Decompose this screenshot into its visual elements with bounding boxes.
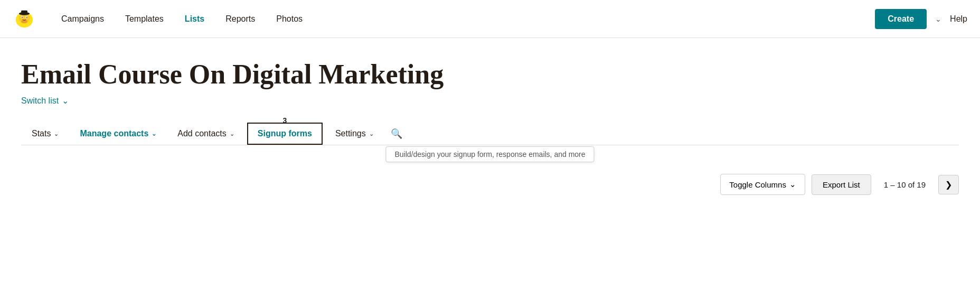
settings-chevron-icon: ⌄ [369,131,374,137]
manage-contacts-chevron-icon: ⌄ [152,131,156,137]
tab-signup-forms[interactable]: 3 Signup forms [247,123,323,145]
svg-point-7 [26,16,27,17]
switch-list-label: Switch list [21,96,59,106]
tooltip-row: Build/design your signup form, response … [21,145,959,154]
stats-chevron-icon: ⌄ [54,131,59,137]
tab-stats-label: Stats [32,129,51,138]
page-title: Email Course On Digital Marketing [21,59,959,89]
switch-list-chevron-icon: ⌄ [62,96,69,106]
logo-area[interactable] [13,7,36,31]
svg-rect-9 [21,10,27,14]
tab-signup-forms-label: Signup forms [258,129,312,138]
toggle-columns-chevron-icon: ⌄ [789,180,796,189]
svg-point-6 [22,16,23,17]
export-list-button[interactable]: Export List [812,174,871,195]
help-link[interactable]: Help [950,14,967,24]
tab-stats[interactable]: Stats ⌄ [21,123,69,145]
sub-nav-tabs: Stats ⌄ Manage contacts ⌄ Add contacts ⌄… [21,123,959,145]
nav-links: Campaigns Templates Lists Reports Photos [53,10,875,28]
tab-settings[interactable]: Settings ⌄ [325,123,384,145]
sub-nav-area: Stats ⌄ Manage contacts ⌄ Add contacts ⌄… [21,123,959,154]
pagination-info: 1 – 10 of 19 [878,175,932,194]
signup-forms-badge: 3 [282,116,287,125]
nav-campaigns[interactable]: Campaigns [53,10,112,28]
add-contacts-chevron-icon: ⌄ [230,131,234,137]
toggle-columns-label: Toggle Columns [729,180,786,189]
mailchimp-logo-icon [13,7,36,31]
nav-lists[interactable]: Lists [176,10,213,28]
signup-forms-tooltip: Build/design your signup form, response … [385,146,594,162]
search-button[interactable]: 🔍 [384,123,409,145]
tab-manage-contacts-label: Manage contacts [80,129,148,138]
account-dropdown-arrow[interactable]: ⌄ [935,15,941,23]
bottom-bar: Toggle Columns ⌄ Export List 1 – 10 of 1… [0,166,980,202]
nav-reports[interactable]: Reports [217,10,263,28]
pagination-next-button[interactable]: ❯ [938,175,959,194]
nav-right: Create ⌄ Help [875,9,967,29]
nav-templates[interactable]: Templates [117,10,172,28]
search-icon: 🔍 [391,128,402,139]
tab-manage-contacts[interactable]: Manage contacts ⌄ [69,123,167,145]
svg-point-3 [21,19,27,23]
switch-list-link[interactable]: Switch list ⌄ [21,96,69,106]
top-navigation: Campaigns Templates Lists Reports Photos… [0,0,980,38]
toggle-columns-button[interactable]: Toggle Columns ⌄ [720,174,805,195]
tab-settings-label: Settings [335,129,366,138]
create-button[interactable]: Create [875,9,927,29]
pagination-next-icon: ❯ [945,180,952,189]
tab-add-contacts[interactable]: Add contacts ⌄ [167,123,245,145]
page-content: Email Course On Digital Marketing Switch… [0,38,980,154]
nav-photos[interactable]: Photos [268,10,311,28]
tab-add-contacts-label: Add contacts [177,129,227,138]
